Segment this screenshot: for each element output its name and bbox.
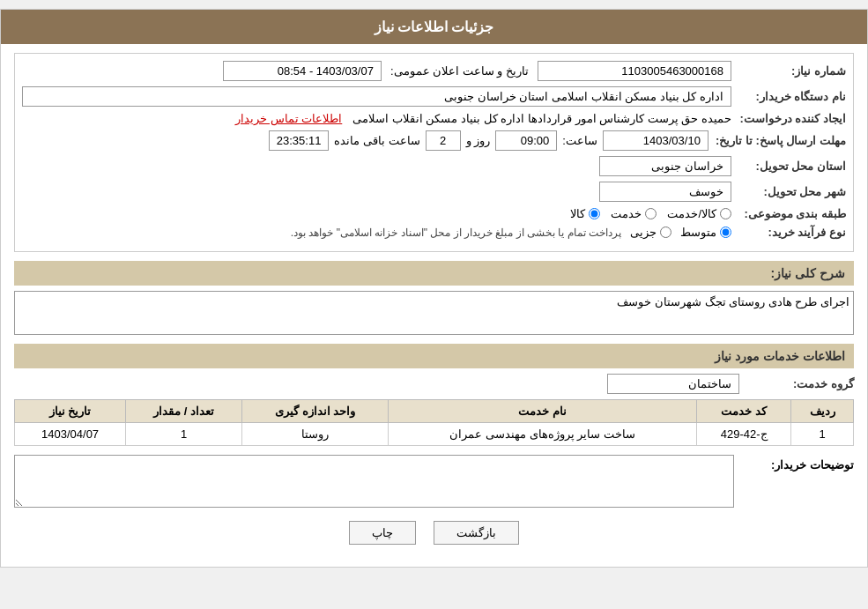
section-title-service: اطلاعات خدمات مورد نیاز — [14, 344, 854, 368]
radio-khadamat-label: خدمت — [611, 207, 642, 220]
value-buyer-org: اداره کل بنیاد مسکن انقلاب اسلامی استان … — [22, 86, 731, 107]
info-section-top: شماره نیاز: 1103005463000168 تاریخ و ساع… — [14, 53, 854, 252]
cell-unit: روستا — [242, 423, 389, 446]
cell-row-num: 1 — [791, 423, 854, 446]
row-delivery-city: شهر محل تحویل: خوسف — [22, 182, 846, 202]
value-delivery-city: خوسف — [599, 182, 731, 202]
label-subject-category: طبقه بندی موضوعی: — [731, 207, 846, 220]
subject-category-group: کالا/خدمت خدمت کالا — [570, 207, 731, 220]
value-deadline-date: 1403/03/10 — [603, 130, 708, 151]
col-header-quantity: تعداد / مقدار — [126, 400, 242, 423]
items-table: ردیف کد خدمت نام خدمت واحد اندازه گیری ت… — [14, 399, 854, 446]
purchase-type-note: پرداخت تمام یا بخشی از مبلغ خریدار از مح… — [291, 227, 621, 239]
label-reply-deadline: مهلت ارسال پاسخ: تا تاریخ: — [708, 134, 846, 147]
cell-date: 1403/04/07 — [15, 423, 126, 446]
buttons-row: بازگشت چاپ — [14, 521, 854, 545]
row-delivery-province: استان محل تحویل: خراسان جنوبی — [22, 156, 846, 176]
contact-info-link[interactable]: اطلاعات تماس خریدار — [235, 112, 342, 125]
radio-kala-label: کالا — [570, 207, 585, 220]
table-row: 1 ج-42-429 ساخت سایر پروژه‌های مهندسی عم… — [15, 423, 854, 446]
radio-motawaset-label: متوسط — [680, 226, 716, 239]
row-created-by: ایجاد کننده درخواست: حمیده حق پرست کارشن… — [22, 112, 846, 125]
radio-jozii-input[interactable] — [660, 227, 671, 238]
radio-khadamat-input[interactable] — [645, 208, 657, 219]
radio-kala-khadamat-input[interactable] — [720, 208, 731, 219]
page-header: جزئیات اطلاعات نیاز — [1, 10, 867, 44]
label-service-group: گروه خدمت: — [739, 377, 854, 390]
label-buyer-notes: توضیحات خریدار: — [739, 455, 854, 472]
value-announcement-time: 1403/03/07 - 08:54 — [223, 61, 382, 81]
value-remaining-days: 2 — [426, 130, 461, 151]
cell-quantity: 1 — [126, 423, 242, 446]
need-description-row: اجرای طرح هادی روستای تجگ شهرستان خوسف — [14, 291, 854, 335]
value-delivery-province: خراسان جنوبی — [599, 156, 731, 176]
print-button[interactable]: چاپ — [349, 521, 416, 545]
label-deadline-time: ساعت: — [562, 134, 597, 147]
buyer-notes-row: توضیحات خریدار: — [14, 455, 854, 508]
radio-khadamat[interactable]: خدمت — [611, 207, 657, 220]
row-request-number: شماره نیاز: 1103005463000168 تاریخ و ساع… — [22, 61, 846, 81]
row-subject-category: طبقه بندی موضوعی: کالا/خدمت خدمت کالا — [22, 207, 846, 220]
col-header-date: تاریخ نیاز — [15, 400, 126, 423]
label-request-number: شماره نیاز: — [731, 64, 846, 78]
cell-service-code: ج-42-429 — [696, 423, 790, 446]
col-header-service-name: نام خدمت — [389, 400, 697, 423]
label-delivery-city: شهر محل تحویل: — [731, 185, 846, 198]
col-header-unit: واحد اندازه گیری — [242, 400, 389, 423]
label-announcement-time: تاریخ و ساعت اعلان عمومی: — [390, 64, 529, 78]
need-description-value: اجرای طرح هادی روستای تجگ شهرستان خوسف — [14, 291, 854, 335]
section-title-need: شرح کلی نیاز: — [14, 261, 854, 286]
value-service-group: ساختمان — [607, 374, 739, 394]
radio-jozii-label: جزیی — [630, 226, 657, 239]
value-request-number: 1103005463000168 — [538, 61, 731, 81]
cell-service-name: ساخت سایر پروژه‌های مهندسی عمران — [389, 423, 697, 446]
label-buyer-org: نام دستگاه خریدار: — [731, 90, 846, 103]
purchase-type-group: متوسط جزیی پرداخت تمام یا بخشی از مبلغ خ… — [291, 226, 731, 239]
section-title-need-text: شرح کلی نیاز: — [771, 266, 845, 280]
page-wrapper: جزئیات اطلاعات نیاز شماره نیاز: 11030054… — [0, 9, 868, 568]
label-purchase-type: نوع فرآیند خرید: — [731, 226, 846, 239]
row-buyer-org: نام دستگاه خریدار: اداره کل بنیاد مسکن ا… — [22, 86, 846, 107]
radio-motawaset-input[interactable] — [720, 227, 731, 238]
value-deadline-time: 09:00 — [495, 130, 557, 151]
row-purchase-type: نوع فرآیند خرید: متوسط جزیی پرداخت تمام … — [22, 226, 846, 239]
radio-kala[interactable]: کالا — [570, 207, 600, 220]
label-delivery-province: استان محل تحویل: — [731, 160, 846, 173]
service-group-row: گروه خدمت: ساختمان — [14, 374, 854, 394]
label-remaining-time: ساعت باقی مانده — [334, 134, 419, 147]
page-title: جزئیات اطلاعات نیاز — [375, 19, 494, 34]
radio-kala-khadamat[interactable]: کالا/خدمت — [667, 207, 731, 220]
radio-motawaset[interactable]: متوسط — [680, 226, 731, 239]
radio-kala-input[interactable] — [589, 208, 600, 219]
section-title-service-text: اطلاعات خدمات مورد نیاز — [715, 349, 845, 363]
label-remaining-days: روز و — [466, 134, 491, 147]
value-remaining-time: 23:35:11 — [269, 130, 330, 151]
col-header-service-code: کد خدمت — [696, 400, 790, 423]
table-header-row: ردیف کد خدمت نام خدمت واحد اندازه گیری ت… — [15, 400, 854, 423]
label-created-by: ایجاد کننده درخواست: — [731, 112, 846, 125]
radio-kala-khadamat-label: کالا/خدمت — [667, 207, 716, 220]
buyer-notes-textarea[interactable] — [14, 455, 734, 508]
row-deadline: مهلت ارسال پاسخ: تا تاریخ: 1403/03/10 سا… — [22, 130, 846, 151]
radio-jozii[interactable]: جزیی — [630, 226, 671, 239]
back-button[interactable]: بازگشت — [434, 521, 519, 545]
main-content: شماره نیاز: 1103005463000168 تاریخ و ساع… — [1, 44, 867, 567]
col-header-row-num: ردیف — [791, 400, 854, 423]
value-created-by: حمیده حق پرست کارشناس امور قراردادها ادا… — [352, 112, 731, 125]
